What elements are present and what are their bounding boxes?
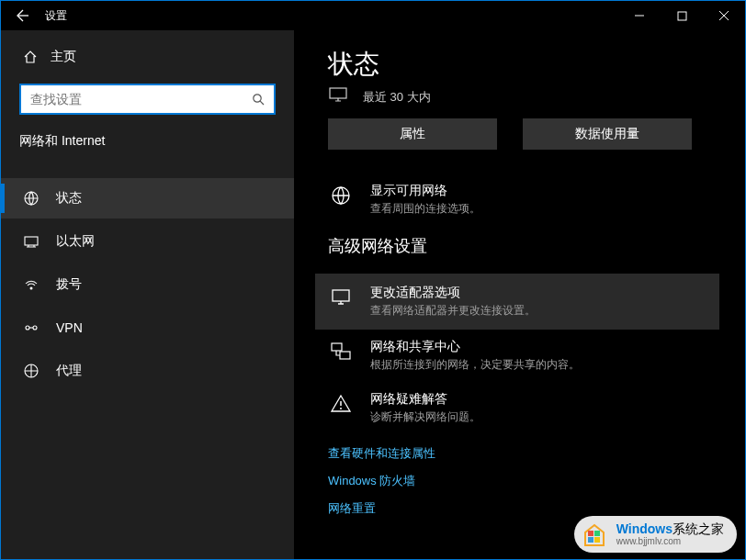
adapter-icon: [328, 285, 354, 319]
show-networks[interactable]: 显示可用网络 查看周围的连接选项。: [328, 183, 719, 217]
warning-icon: [328, 391, 354, 425]
troubleshoot-desc: 诊断并解决网络问题。: [370, 409, 480, 425]
globe-icon: [328, 183, 354, 217]
troubleshoot-title: 网络疑难解答: [370, 391, 480, 408]
sharing-center[interactable]: 网络和共享中心 根据所连接到的网络，决定要共享的内容。: [315, 330, 719, 382]
data-usage-button[interactable]: 数据使用量: [523, 118, 692, 150]
status-icon: [23, 190, 40, 207]
show-networks-title: 显示可用网络: [370, 183, 480, 199]
maximize-button[interactable]: [661, 1, 703, 30]
sidebar-item-dialup[interactable]: 拨号: [1, 264, 294, 305]
sidebar-category: 网络和 Internet: [1, 128, 294, 159]
sidebar-home[interactable]: 主页: [1, 39, 294, 74]
window-title: 设置: [41, 8, 67, 24]
svg-rect-16: [588, 537, 593, 543]
sidebar: 主页 网络和 Internet 状态: [1, 30, 295, 559]
sidebar-item-label: 以太网: [56, 233, 95, 250]
svg-rect-0: [678, 12, 686, 20]
sidebar-item-vpn[interactable]: VPN: [1, 308, 294, 348]
settings-window: 设置 主页: [0, 0, 746, 560]
svg-rect-10: [333, 290, 349, 301]
watermark-logo-icon: [580, 520, 609, 549]
sidebar-item-label: 状态: [56, 190, 82, 207]
search-input[interactable]: [30, 92, 252, 106]
link-reset[interactable]: 网络重置: [328, 500, 719, 517]
vpn-icon: [23, 319, 40, 336]
properties-button[interactable]: 属性: [328, 118, 497, 150]
close-button[interactable]: [703, 1, 745, 30]
svg-point-13: [340, 408, 342, 409]
titlebar: 设置: [1, 1, 745, 30]
sharing-desc: 根据所连接到的网络，决定要共享的内容。: [370, 357, 580, 373]
back-button[interactable]: [1, 8, 41, 23]
svg-rect-11: [332, 343, 342, 351]
advanced-heading: 高级网络设置: [328, 235, 719, 257]
sidebar-item-label: 代理: [56, 363, 82, 379]
watermark-url: www.bjjmlv.com: [616, 536, 724, 546]
arrow-left-icon: [14, 8, 28, 23]
adapter-options[interactable]: 更改适配器选项 查看网络适配器并更改连接设置。: [315, 274, 719, 330]
monitor-icon: [328, 87, 348, 104]
content-pane: 状态 最近 30 大内 属性 数据使用量 显示可用网络 查看周围的连接选项。: [295, 30, 745, 559]
svg-rect-14: [588, 531, 593, 536]
home-icon: [23, 50, 38, 64]
link-firewall[interactable]: Windows 防火墙: [328, 473, 719, 489]
watermark-brand: Windows系统之家: [616, 522, 724, 536]
svg-rect-15: [594, 531, 600, 536]
svg-point-4: [30, 287, 33, 290]
svg-point-6: [33, 326, 37, 330]
sidebar-home-label: 主页: [51, 49, 76, 65]
page-title: 状态: [328, 47, 719, 82]
minimize-button[interactable]: [618, 1, 661, 30]
svg-rect-12: [340, 352, 350, 359]
proxy-icon: [23, 363, 40, 379]
svg-rect-8: [330, 88, 346, 98]
watermark: Windows系统之家 www.bjjmlv.com: [574, 516, 737, 553]
minimize-icon: [634, 10, 645, 21]
svg-point-5: [26, 326, 29, 330]
sharing-icon: [328, 339, 354, 373]
sidebar-nav: 状态 以太网 拨号 V: [1, 175, 294, 394]
sidebar-item-label: VPN: [56, 320, 83, 335]
troubleshoot[interactable]: 网络疑难解答 诊断并解决网络问题。: [315, 382, 719, 434]
sidebar-item-proxy[interactable]: 代理: [1, 351, 294, 391]
dialup-icon: [23, 276, 40, 293]
show-networks-desc: 查看周围的连接选项。: [370, 201, 480, 217]
search-box[interactable]: [19, 84, 276, 115]
adapter-title: 更改适配器选项: [370, 285, 536, 301]
link-hardware[interactable]: 查看硬件和连接属性: [328, 445, 719, 462]
close-icon: [718, 10, 729, 21]
ethernet-icon: [23, 233, 40, 250]
svg-rect-17: [594, 537, 600, 543]
sidebar-item-status[interactable]: 状态: [1, 178, 294, 218]
svg-rect-3: [25, 237, 38, 245]
search-icon: [252, 93, 265, 106]
svg-point-1: [254, 95, 261, 102]
status-summary: 最近 30 大内: [328, 89, 719, 106]
sidebar-item-ethernet[interactable]: 以太网: [1, 221, 294, 262]
sharing-title: 网络和共享中心: [370, 339, 580, 355]
adapter-desc: 查看网络适配器并更改连接设置。: [370, 303, 536, 319]
maximize-icon: [677, 11, 687, 21]
status-subtext: 最近 30 大内: [363, 89, 431, 106]
sidebar-item-label: 拨号: [56, 276, 82, 293]
